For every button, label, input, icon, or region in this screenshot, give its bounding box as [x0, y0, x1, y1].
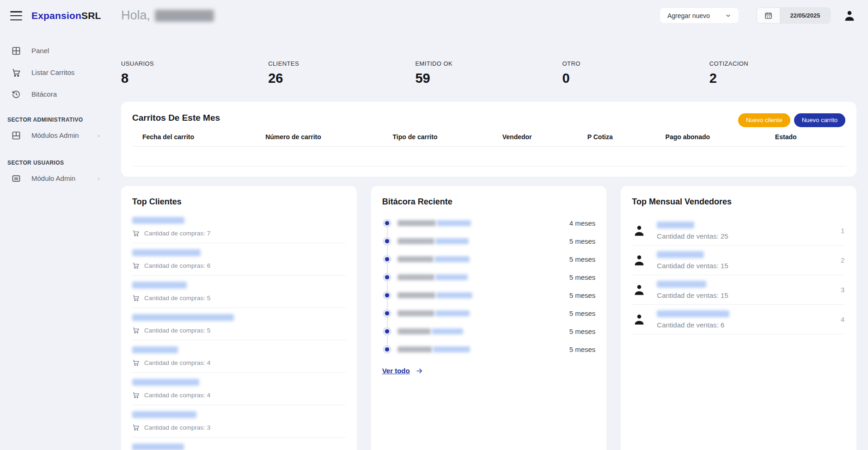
grid-icon [11, 46, 21, 56]
cards-row: Top Clientes Cantidad de compras: 7 Cant… [121, 186, 856, 450]
stat-clientes: CLIENTES 26 [268, 60, 415, 86]
column-header: Fecha del carrito [142, 133, 265, 141]
user-avatar-icon[interactable] [843, 9, 856, 23]
redacted-event-text [397, 220, 436, 226]
column-header: Vendedor [502, 133, 587, 141]
list-item: Cantidad de ventas: 15 2 [632, 246, 845, 275]
redacted-client-name[interactable] [132, 411, 196, 418]
redacted-event-link[interactable] [435, 310, 470, 316]
redacted-event-link[interactable] [436, 292, 472, 298]
event-time: 4 meses [569, 219, 596, 227]
redacted-event-text [397, 274, 434, 280]
topbar: Hola, Agregar nuevo 22/05/2025 [121, 0, 856, 31]
redacted-client-name[interactable] [132, 314, 234, 321]
cart-icon [132, 424, 140, 431]
logo-suffix: SRL [81, 10, 101, 21]
nuevo-cliente-button[interactable]: Nuevo cliente [738, 113, 790, 127]
person-icon [632, 223, 647, 238]
purchase-count: Cantidad de compras: 5 [144, 327, 210, 334]
timeline-dot [385, 293, 389, 297]
stat-label: COTIZACION [709, 60, 856, 67]
calendar-icon[interactable] [757, 8, 780, 23]
rank-number: 2 [841, 257, 845, 264]
timeline-item: 5 meses [382, 322, 596, 340]
carritos-card: Carritos De Este Mes Nuevo cliente Nuevo… [121, 102, 856, 177]
module-icon [11, 173, 21, 184]
stat-value: 2 [709, 71, 856, 86]
main-content: Hola, Agregar nuevo 22/05/2025 U [111, 0, 868, 450]
redacted-event-link[interactable] [433, 346, 470, 352]
redacted-event-text [397, 238, 434, 244]
redacted-vendor-name[interactable] [657, 310, 729, 317]
redacted-event-link[interactable] [432, 328, 463, 334]
list-item: Cantidad de compras: 3 [132, 444, 346, 450]
carritos-actions: Nuevo cliente Nuevo carrito [738, 113, 845, 127]
cart-icon [132, 327, 140, 334]
list-item: Cantidad de compras: 6 [132, 249, 346, 269]
redacted-event-link[interactable] [437, 220, 471, 226]
sidebar-item-modulos-admin[interactable]: Módulos Admin › [5, 124, 106, 146]
redacted-event-link[interactable] [435, 238, 469, 244]
event-time: 5 meses [569, 309, 596, 317]
redacted-client-name[interactable] [132, 444, 184, 450]
rank-number: 1 [841, 227, 845, 234]
sidebar-nav: Panel Listar Carritos Bitácora SECTOR AD… [5, 31, 106, 189]
date-field[interactable]: 22/05/2025 [780, 8, 830, 23]
redacted-client-name[interactable] [132, 346, 178, 353]
list-item: Cantidad de ventas: 15 3 [632, 275, 845, 305]
stat-value: 0 [562, 71, 709, 86]
greeting-text: Hola, [121, 8, 150, 23]
stat-value: 59 [415, 71, 562, 86]
timeline-dot [385, 347, 389, 351]
sales-count: Cantidad de ventas: 15 [657, 291, 728, 299]
divider [132, 340, 346, 340]
redacted-event-link[interactable] [434, 256, 470, 262]
timeline-dot [385, 257, 389, 261]
topbar-actions: Agregar nuevo 22/05/2025 [660, 7, 856, 24]
person-icon [632, 312, 647, 327]
stat-label: OTRO [562, 60, 709, 67]
add-new-label: Agregar nuevo [667, 12, 710, 19]
app-logo[interactable]: ExpansionSRL [31, 10, 101, 21]
redacted-event-link[interactable] [435, 274, 468, 280]
column-header: Tipo de carrito [392, 133, 502, 141]
stat-value: 26 [268, 71, 415, 86]
person-icon [632, 283, 647, 297]
redacted-client-name[interactable] [132, 249, 201, 256]
redacted-vendor-name[interactable] [657, 251, 704, 258]
sidebar-item-bitacora[interactable]: Bitácora [5, 83, 106, 105]
list-item: Cantidad de compras: 3 [132, 411, 346, 431]
sidebar-item-panel[interactable]: Panel [5, 40, 106, 62]
divider [132, 437, 346, 438]
carritos-table-header: Fecha del carrito Número de carrito Tipo… [132, 133, 845, 147]
sidebar-item-modulo-admin[interactable]: Módulo Admin › [5, 167, 106, 189]
sidebar-item-listar-carritos[interactable]: Listar Carritos [5, 62, 106, 83]
redacted-client-name[interactable] [132, 282, 187, 289]
list-item: Cantidad de compras: 5 [132, 314, 346, 334]
top-clientes-title: Top Clientes [132, 197, 346, 207]
timeline-dot [385, 239, 389, 243]
sidebar-item-label: Módulo Admin [31, 174, 75, 182]
redacted-client-name[interactable] [132, 379, 199, 386]
top-clientes-card: Top Clientes Cantidad de compras: 7 Cant… [121, 186, 357, 450]
stat-cotizacion: COTIZACION 2 [709, 60, 856, 86]
stat-otro: OTRO 0 [562, 60, 709, 86]
timeline-item: 5 meses [382, 250, 596, 268]
sidebar-item-label: Panel [31, 47, 49, 55]
carritos-table-empty-body [132, 147, 845, 166]
cart-icon [132, 391, 140, 399]
timeline-item: 5 meses [382, 232, 596, 250]
menu-icon[interactable] [10, 11, 22, 20]
ver-todo-link[interactable]: Ver todo [382, 367, 423, 375]
redacted-vendor-name[interactable] [657, 222, 694, 228]
sidebar-section-administrativo: SECTOR ADMINISTRATIVO [5, 115, 106, 124]
list-item: Cantidad de compras: 7 [132, 217, 346, 237]
timeline-dot [385, 221, 389, 225]
nuevo-carrito-button[interactable]: Nuevo carrito [794, 113, 845, 127]
divider [132, 275, 346, 276]
redacted-vendor-name[interactable] [657, 281, 706, 288]
ver-todo-label: Ver todo [382, 367, 410, 375]
redacted-client-name[interactable] [132, 217, 184, 224]
sales-count: Cantidad de ventas: 15 [657, 262, 728, 270]
add-new-dropdown[interactable]: Agregar nuevo [660, 7, 739, 24]
